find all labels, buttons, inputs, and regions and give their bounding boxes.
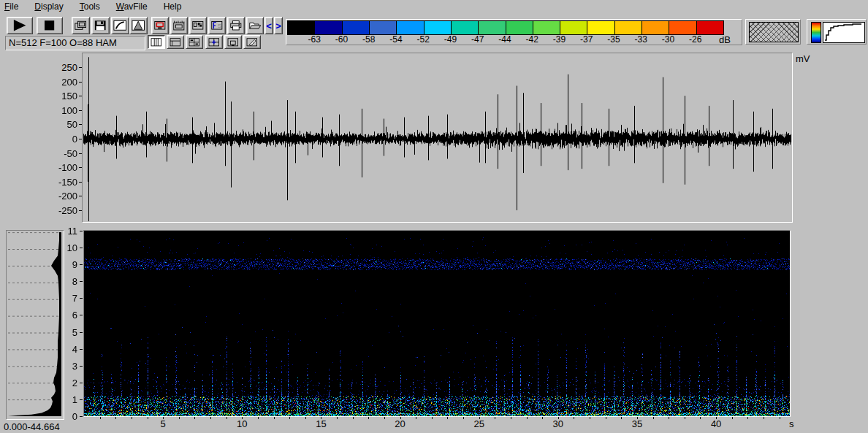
waveform-ytick-label: 100 (42, 105, 77, 116)
spectrogram-xtick-label: 10 (233, 418, 251, 429)
colorbar-tick-label: -44 (494, 34, 516, 45)
spectrogram-canvas[interactable] (84, 231, 790, 416)
colorbar-segment (669, 21, 696, 34)
stop-icon (37, 18, 62, 34)
colorbar-tick-label: -63 (303, 34, 325, 45)
axis-tick (463, 417, 464, 419)
layout-inset-button[interactable] (224, 35, 242, 49)
axis-tick (100, 417, 101, 419)
print-button[interactable] (227, 17, 245, 34)
waveform-unit-label: mV (796, 53, 810, 64)
axis-tick (606, 417, 606, 419)
axis-tick (716, 417, 717, 419)
open-file-button[interactable] (246, 17, 264, 34)
spectrogram-ytick-label: 7 (58, 293, 77, 304)
palette-transfer-indicator[interactable] (807, 19, 867, 45)
axis-tick (321, 417, 321, 419)
prev-button[interactable]: < (264, 17, 273, 34)
gamma-curve-icon (112, 18, 129, 34)
transfer-curve-button[interactable] (111, 17, 129, 34)
axis-tick (764, 417, 764, 419)
axis-tick (495, 417, 495, 419)
layout-topbar-icon (167, 36, 183, 48)
colorbar-tick-label: -35 (603, 34, 625, 45)
axis-tick (780, 417, 780, 419)
play-button[interactable] (7, 17, 33, 34)
scale-options-button[interactable] (170, 17, 188, 34)
layout-columns-icon (148, 36, 164, 48)
axis-tick (79, 153, 82, 154)
waveform-ytick-label: 200 (42, 77, 77, 88)
svg-text:S: S (218, 23, 221, 30)
copy-display-button[interactable] (72, 17, 90, 34)
db-colorbar-strip (287, 20, 724, 35)
axis-tick (368, 417, 369, 419)
colorbar-segment (697, 21, 723, 34)
layout-grid-icon (186, 36, 202, 48)
axis-tick (194, 417, 195, 419)
spectrogram-ytick-label: 9 (58, 259, 77, 270)
colorbar-tick-label: -33 (630, 34, 652, 45)
spectrogram-xtick-label: 35 (628, 418, 646, 429)
axis-tick (80, 264, 83, 265)
axis-tick (210, 417, 211, 419)
axis-tick (479, 417, 480, 419)
layout-waveform-button[interactable] (148, 35, 165, 49)
colorbar-tick-label: -58 (358, 34, 380, 45)
average-spectrum-panel (6, 230, 64, 420)
layout-grid-cross-button[interactable] (205, 35, 223, 49)
colorbar-tick-label: -30 (658, 34, 679, 45)
colorbar-segment (288, 21, 315, 34)
save-button[interactable] (91, 17, 110, 34)
layout-topbar-button[interactable] (167, 35, 184, 49)
display-options-button[interactable] (151, 17, 169, 34)
axis-tick (115, 417, 116, 419)
colorbar-segment (615, 21, 642, 34)
floppy-disk-icon (92, 18, 109, 34)
waveform-ytick-label: 0 (42, 134, 77, 145)
axis-tick (305, 417, 306, 419)
fs-frame-icon: S (209, 18, 225, 34)
menu-item-wavfile[interactable]: WavFile (116, 1, 148, 12)
colorbar-tick-label: -39 (549, 34, 571, 45)
stop-button[interactable] (37, 17, 63, 34)
axis-tick (80, 416, 83, 417)
menu-item-display[interactable]: Display (34, 1, 63, 12)
colorbar-segment (370, 21, 397, 34)
axis-tick (542, 417, 543, 419)
axis-tick (79, 96, 82, 96)
colorbar-segment (560, 21, 587, 34)
annotate-button[interactable] (243, 35, 261, 49)
spectrum-peak-button[interactable] (129, 17, 148, 34)
waveform-ytick-label: 150 (42, 91, 77, 101)
axis-tick (163, 417, 164, 419)
waveform-canvas[interactable] (83, 53, 792, 222)
axis-tick (79, 82, 82, 83)
axis-tick (400, 417, 401, 419)
average-spectrum-canvas[interactable] (7, 231, 64, 419)
background-pattern-indicator[interactable] (745, 19, 801, 45)
axis-tick (132, 417, 132, 419)
colorbar-segment (587, 21, 614, 34)
menu-item-help[interactable]: Help (164, 1, 182, 12)
axis-tick (653, 417, 654, 419)
next-button[interactable]: > (274, 17, 283, 34)
menu-item-file[interactable]: File (4, 1, 18, 12)
axis-tick (79, 210, 82, 211)
menu-item-tools[interactable]: Tools (80, 1, 100, 12)
axis-tick (79, 124, 82, 125)
colorbar-tick-label: -37 (576, 34, 598, 45)
axis-tick (747, 417, 748, 419)
waveform-ytick-label: -250 (42, 205, 77, 216)
axis-tick (79, 139, 82, 139)
spectrogram-ytick-label: 4 (58, 344, 77, 355)
db-colorbar: dB -63-60-58-54-52-49-47-44-42-39-37-35-… (286, 19, 742, 45)
waveform-ytick-label: -150 (42, 177, 77, 188)
fs-options-button[interactable]: S (208, 17, 226, 34)
dither-options-button[interactable] (189, 17, 207, 34)
open-folder-icon (247, 18, 263, 34)
spectrogram-ytick-label: 6 (58, 310, 77, 321)
layout-grid-button[interactable] (186, 35, 203, 49)
spectrogram-plot-panel (83, 230, 791, 417)
axis-tick (558, 417, 559, 419)
